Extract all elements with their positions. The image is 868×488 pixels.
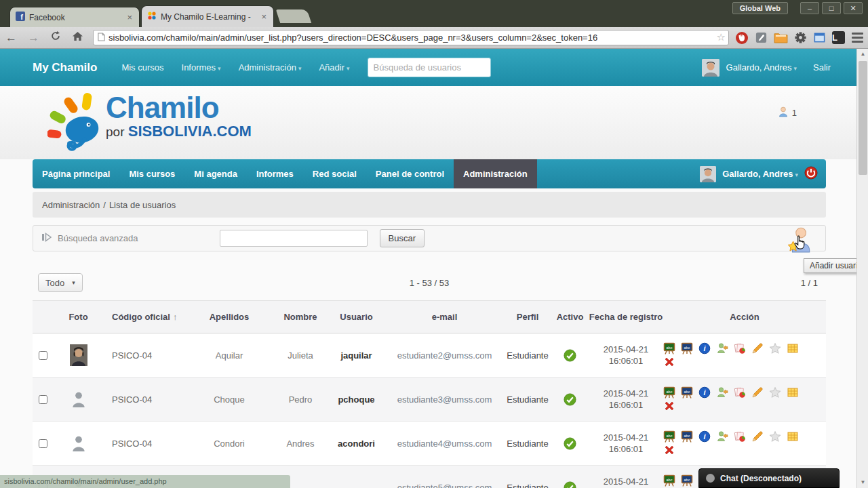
reports-icon[interactable] <box>734 342 746 354</box>
star-icon[interactable] <box>769 386 781 399</box>
user-photo-placeholder[interactable] <box>53 390 104 408</box>
nav-item-mi-agenda[interactable]: Mi agenda <box>184 159 247 188</box>
sessions-icon[interactable]: abc <box>681 386 693 399</box>
row-checkbox[interactable] <box>39 439 47 448</box>
login-as-icon[interactable] <box>716 342 728 354</box>
delete-icon[interactable] <box>663 400 675 412</box>
bookmark-star-icon[interactable]: ☆ <box>717 31 726 43</box>
nav-item-mis-cursos[interactable]: Mis cursos <box>119 159 184 188</box>
nav-item-informes[interactable]: Informes <box>247 159 303 188</box>
nav-item-panel-de-control[interactable]: Panel de control <box>366 159 454 188</box>
login-as-icon[interactable] <box>716 386 728 399</box>
window-extension-icon[interactable] <box>813 31 826 44</box>
notes-extension-icon[interactable] <box>755 31 768 44</box>
courses-icon[interactable]: abc <box>663 474 675 487</box>
nav-item-administracion[interactable]: Administración <box>454 159 537 188</box>
row-checkbox[interactable] <box>39 395 47 404</box>
tab-close-icon[interactable]: × <box>125 12 134 22</box>
col-activo[interactable]: Activo <box>551 312 589 322</box>
user-photo[interactable] <box>53 344 104 366</box>
grid-icon[interactable] <box>787 430 799 443</box>
row-checkbox[interactable] <box>39 351 47 360</box>
courses-icon[interactable]: abc <box>663 386 675 399</box>
topbar-user-name[interactable]: Gallardo, Andres▾ <box>726 62 797 73</box>
topbar-link-anadir[interactable]: Añadir▾ <box>319 62 349 73</box>
edit-icon[interactable] <box>751 430 764 443</box>
logout-link[interactable]: Salir <box>813 62 831 73</box>
reports-icon[interactable] <box>734 430 746 443</box>
active-status-icon[interactable] <box>551 349 589 362</box>
power-logout-icon[interactable] <box>804 166 818 182</box>
reports-icon[interactable] <box>734 386 746 399</box>
col-nombre[interactable]: Nombre <box>273 312 328 322</box>
edit-icon[interactable] <box>751 386 764 399</box>
cell-email[interactable]: estudiante5@umss.com <box>385 483 504 488</box>
folder-extension-icon[interactable] <box>774 32 788 43</box>
col-usuario[interactable]: Usuario <box>328 312 385 322</box>
tab-chamilo[interactable]: My Chamilo E-Learning - × <box>141 5 274 27</box>
online-users-counter[interactable]: 1 <box>778 106 797 119</box>
tab-facebook[interactable]: f Facebook × <box>9 7 140 27</box>
courses-icon[interactable]: abc <box>663 342 675 354</box>
info-icon[interactable]: i <box>698 386 711 399</box>
lastpass-extension-icon[interactable]: L <box>832 31 845 44</box>
minimize-button[interactable]: – <box>800 2 819 14</box>
col-codigo-oficial[interactable]: Código oficial↑ <box>104 312 185 322</box>
edit-icon[interactable] <box>751 342 764 354</box>
col-email[interactable]: e-mail <box>385 312 504 322</box>
breadcrumb-section[interactable]: Administración <box>42 200 100 210</box>
nav-user-name[interactable]: Gallardo, Andres▾ <box>722 169 798 179</box>
close-button[interactable]: ✕ <box>844 2 863 14</box>
topbar-link-administracion[interactable]: Administración▾ <box>239 62 302 73</box>
chat-widget[interactable]: Chat (Desconectado) <box>698 468 840 488</box>
scrollbar[interactable]: ▲ ▼ <box>856 49 868 488</box>
star-icon[interactable] <box>769 342 781 354</box>
scrollbar-thumb[interactable] <box>859 61 867 175</box>
brand-my-chamilo[interactable]: My Chamilo <box>33 61 97 75</box>
info-icon[interactable]: i <box>698 342 711 354</box>
avatar[interactable] <box>700 166 716 182</box>
col-foto[interactable]: Foto <box>53 312 104 322</box>
cell-email[interactable]: estudiante3@umss.com <box>385 394 504 405</box>
topbar-link-informes[interactable]: Informes▾ <box>182 62 221 73</box>
search-input[interactable] <box>220 230 368 247</box>
grid-icon[interactable] <box>787 386 799 399</box>
active-status-icon[interactable] <box>551 481 589 488</box>
tab-close-icon[interactable]: × <box>260 12 268 22</box>
sessions-icon[interactable]: abc <box>681 430 693 443</box>
user-search-input[interactable] <box>368 58 491 77</box>
avatar[interactable] <box>702 59 719 77</box>
courses-icon[interactable]: abc <box>663 430 675 443</box>
col-fecha-registro[interactable]: Fecha de registro <box>589 311 663 323</box>
back-button[interactable]: ← <box>0 31 22 45</box>
chamilo-logo[interactable]: Chamilo por SISBOLIVIA.COM <box>47 92 252 155</box>
cell-email[interactable]: estudiante2@umss.com <box>385 350 504 361</box>
col-apellidos[interactable]: Apellidos <box>185 312 273 322</box>
active-status-icon[interactable] <box>551 393 589 406</box>
maximize-button[interactable]: □ <box>822 2 841 14</box>
scroll-down-icon[interactable]: ▼ <box>857 477 868 488</box>
nav-item-red-social[interactable]: Red social <box>303 159 366 188</box>
forward-button[interactable]: → <box>22 31 45 45</box>
login-as-icon[interactable] <box>716 430 728 443</box>
reload-button[interactable] <box>45 30 66 45</box>
gear-icon[interactable] <box>794 31 807 44</box>
scroll-up-icon[interactable]: ▲ <box>857 49 868 60</box>
user-photo-placeholder[interactable] <box>53 434 104 452</box>
url-bar[interactable]: sisbolivia.com/chamilo/main/admin/user_l… <box>93 30 729 45</box>
cell-email[interactable]: estudiante4@umss.com <box>385 439 504 449</box>
col-perfil[interactable]: Perfil <box>504 312 551 322</box>
grid-icon[interactable] <box>787 342 799 354</box>
home-button[interactable] <box>66 31 89 45</box>
delete-icon[interactable] <box>663 444 675 456</box>
delete-icon[interactable] <box>663 356 675 368</box>
sessions-icon[interactable]: abc <box>681 342 693 354</box>
star-icon[interactable] <box>769 430 781 443</box>
nav-item-pagina-principal[interactable]: Página principal <box>33 159 119 188</box>
adblock-extension-icon[interactable] <box>735 31 749 45</box>
active-status-icon[interactable] <box>551 437 589 450</box>
sessions-icon[interactable]: abc <box>681 474 693 487</box>
topbar-link-mis-cursos[interactable]: Mis cursos <box>121 62 163 73</box>
search-button[interactable]: Buscar <box>380 229 425 247</box>
info-icon[interactable]: i <box>698 430 711 443</box>
